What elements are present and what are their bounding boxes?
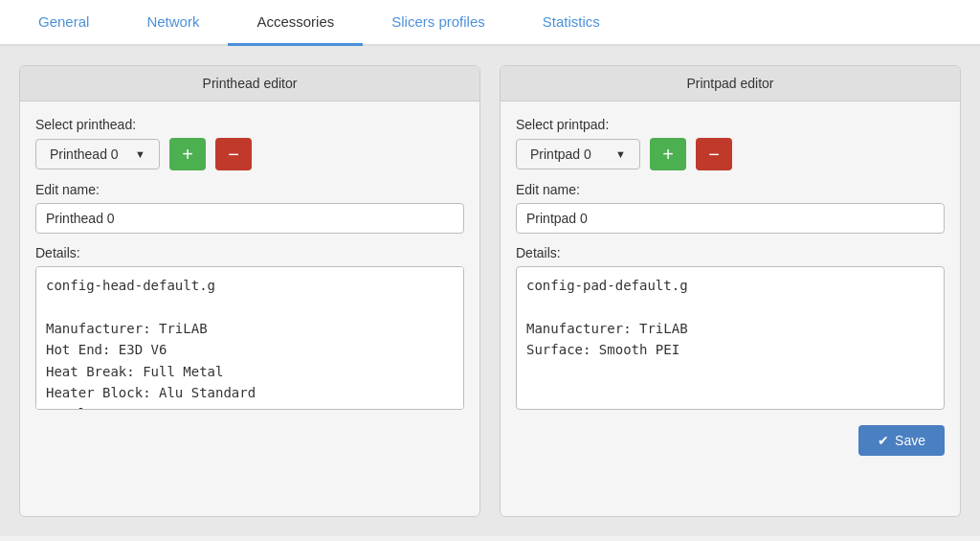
tab-slicers-profiles[interactable]: Slicers profiles — [363, 0, 514, 46]
printhead-name-label: Edit name: — [35, 182, 464, 197]
printhead-remove-button[interactable]: − — [215, 138, 252, 170]
save-button-label: Save — [895, 433, 925, 448]
printpad-name-input[interactable] — [516, 203, 945, 234]
printhead-name-input[interactable] — [35, 203, 464, 234]
printhead-add-button[interactable]: + — [169, 138, 206, 170]
printhead-panel-body: Select printhead: Printhead 0 ▼ + − Edit… — [20, 101, 479, 425]
printpad-panel-title: Printpad editor — [501, 66, 960, 101]
printpad-details-textarea[interactable] — [516, 266, 945, 410]
tab-accessories[interactable]: Accessories — [228, 0, 363, 46]
printpad-dropdown-value: Printpad 0 — [530, 147, 591, 162]
printhead-details-label: Details: — [35, 245, 464, 260]
tab-general[interactable]: General — [10, 0, 118, 46]
printpad-panel-body: Select printpad: Printpad 0 ▼ + − Edit n… — [501, 101, 960, 471]
printpad-add-button[interactable]: + — [650, 138, 686, 170]
printhead-select-label: Select printhead: — [35, 117, 464, 132]
tab-statistics[interactable]: Statistics — [514, 0, 629, 46]
printhead-details-textarea[interactable] — [35, 266, 464, 410]
printpad-dropdown[interactable]: Printpad 0 ▼ — [516, 139, 640, 169]
printhead-panel: Printhead editor Select printhead: Print… — [19, 65, 480, 517]
printpad-select-label: Select printpad: — [516, 117, 945, 132]
printpad-select-row: Printpad 0 ▼ + − — [516, 138, 945, 170]
printpad-name-label: Edit name: — [516, 182, 945, 197]
printpad-remove-button[interactable]: − — [696, 138, 732, 170]
chevron-down-icon: ▼ — [615, 148, 626, 160]
tab-network[interactable]: Network — [118, 0, 228, 46]
printhead-dropdown-value: Printhead 0 — [50, 147, 119, 162]
tab-bar: General Network Accessories Slicers prof… — [0, 0, 980, 46]
printhead-dropdown[interactable]: Printhead 0 ▼ — [35, 139, 160, 169]
printhead-select-row: Printhead 0 ▼ + − — [35, 138, 464, 170]
save-button-row: ✔ Save — [516, 425, 945, 456]
printpad-panel: Printpad editor Select printpad: Printpa… — [500, 65, 961, 517]
chevron-down-icon: ▼ — [135, 148, 145, 160]
main-content: Printhead editor Select printhead: Print… — [0, 46, 980, 536]
checkmark-icon: ✔ — [878, 433, 889, 448]
printhead-panel-title: Printhead editor — [20, 66, 479, 101]
printpad-details-label: Details: — [516, 245, 945, 260]
save-button[interactable]: ✔ Save — [858, 425, 945, 456]
